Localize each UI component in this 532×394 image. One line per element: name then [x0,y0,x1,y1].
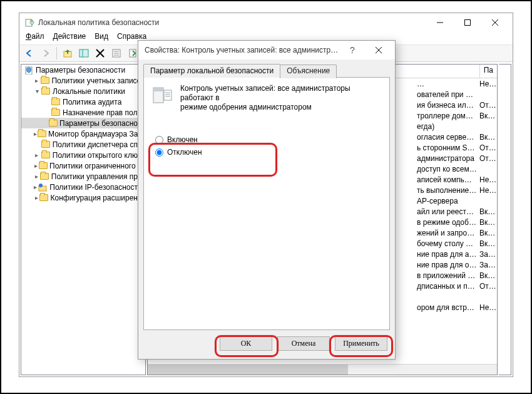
mmc-title: Локальная политика безопасности [38,18,426,27]
tree-item-label: Локальные политики [53,87,125,96]
policy-value-cell: Вк… [477,218,497,227]
policy-value-cell: Вк… [477,207,497,216]
list-column-value[interactable]: Па [479,65,497,78]
policy-value-cell: От… [477,154,497,163]
folder-icon [41,140,51,150]
actions-pane [499,64,511,375]
tree-item[interactable]: ▾Локальные политики [21,86,145,96]
folder-icon [38,129,46,139]
dialog-titlebar: Свойства: Контроль учетных записей: все … [138,41,395,60]
minimize-button[interactable] [426,14,454,31]
help-button[interactable]: ? [340,45,365,55]
expand-icon[interactable]: ▸ [34,130,37,137]
app-icon [24,18,34,28]
folder-icon [40,76,49,86]
tree-item-label: Политика аудита [63,98,121,106]
forward-button[interactable] [38,46,53,61]
delete-button[interactable] [93,46,108,61]
tree-item-label: Политики IP-безопасност… [49,183,145,192]
close-button[interactable] [481,14,509,31]
policy-value-cell: За… [477,250,497,259]
policy-value-cell: Вк… [477,133,497,142]
tree-item[interactable]: ▸Монитор брандмауэра За… [21,128,145,139]
folder-icon [40,172,49,182]
tree-item[interactable]: Назначение прав пол… [21,107,145,118]
tree-item-label: Монитор брандмауэра За… [48,130,145,138]
radio-enabled-input[interactable] [155,136,163,144]
tree-item-label: Политики управления пр… [51,172,145,181]
dialog-title: Свойства: Контроль учетных записей: все … [145,46,340,54]
radio-enabled-label: Включен [167,135,198,144]
expand-icon[interactable]: ▸ [34,173,39,180]
dialog-tabs: Параметр локальной безопасности Объяснен… [143,63,390,330]
show-hide-tree-button[interactable] [76,46,91,61]
tree-item-label: Назначение прав пол… [63,108,145,117]
dialog-close-button[interactable] [365,41,392,59]
policy-value-cell: Не… [477,80,497,88]
mmc-titlebar: Локальная политика безопасности [19,13,513,32]
tree-item[interactable]: ▸Конфигурация расширен… [21,192,145,203]
tree-root-label: Параметры безопасности [36,66,125,75]
folder-icon [41,150,51,160]
expand-icon[interactable]: ▸ [34,162,38,169]
svg-rect-6 [79,49,88,57]
policy-value-cell: Вк… [477,271,497,280]
policy-value-cell: Не… [477,175,497,184]
svg-rect-22 [153,88,163,91]
ip-policy-icon [38,182,48,192]
policy-value-cell: Вк… [477,111,497,120]
tree-item-label: Параметры безопасно… [59,119,145,128]
tree-item[interactable]: Параметры безопасно… [21,118,145,128]
tree-item-label: Политики ограниченного … [49,162,145,170]
tree-item[interactable]: ▸Политики ограниченного … [21,160,145,171]
tree-item-label: Политики открытого клю… [53,151,145,160]
menu-action[interactable]: Действие [53,32,86,44]
tree-item[interactable]: Политики диспетчера сп… [21,139,145,150]
tree-item[interactable]: ▸Политики открытого клю… [21,150,145,160]
tree-item[interactable]: ▸Политики учетных записей [21,75,145,86]
cancel-button[interactable]: Отмена [277,336,330,351]
horizontal-scrollbar[interactable] [148,364,497,375]
policy-value-cell: Не… [477,186,497,195]
radio-disabled-label: Отключен [167,148,202,157]
tree-item[interactable]: ▸Политики IP-безопасност… [21,182,145,192]
expand-icon[interactable]: ▸ [34,77,39,84]
tab-explain[interactable]: Объяснение [280,65,337,78]
folder-icon [51,97,61,107]
menu-file[interactable]: Фdocument.currentScript.previousElementS… [26,32,44,44]
back-button[interactable] [22,46,37,61]
tab-local-security[interactable]: Параметр локальной безопасности [143,64,280,78]
policy-icon [151,84,173,112]
folder-icon [39,193,48,203]
radio-disabled-input[interactable] [155,148,163,157]
policy-value-cell: Не… [477,303,497,312]
apply-button[interactable]: Применить [335,336,387,351]
tree-root[interactable]: Параметры безопасности [21,65,145,75]
tree-item[interactable]: Политика аудита [21,96,145,107]
shield-icon [24,65,34,75]
radio-enabled[interactable]: Включен [155,133,378,146]
folder-icon [49,118,58,128]
folder-icon [51,108,61,118]
tab-page: Контроль учетных записей: все администра… [143,77,390,330]
menu-view[interactable]: Вид [95,32,108,44]
policy-value-cell: От… [477,101,497,110]
tree-pane[interactable]: Параметры безопасности▸Политики учетных … [21,64,146,375]
expand-icon[interactable]: ▸ [34,184,37,190]
svg-point-18 [39,184,43,187]
tree-item-label: Политики учетных записей [51,76,145,85]
properties-button[interactable] [109,46,124,61]
maximize-button[interactable] [454,14,481,31]
expand-icon[interactable]: ▸ [34,152,40,158]
dialog-buttons: ОК Отмена Применить [138,330,395,357]
expand-icon[interactable]: ▸ [34,194,39,201]
expand-icon[interactable]: ▾ [34,88,40,95]
ok-button[interactable]: ОК [220,336,272,351]
radio-disabled[interactable]: Отключен [155,146,378,158]
svg-rect-23 [164,90,171,100]
policy-value-cell: От… [477,282,497,291]
tree-item-label: Конфигурация расширен… [50,194,145,202]
tree-item-label: Политики диспетчера сп… [53,140,145,149]
up-button[interactable] [60,46,75,61]
tree-item[interactable]: ▸Политики управления пр… [21,171,145,182]
